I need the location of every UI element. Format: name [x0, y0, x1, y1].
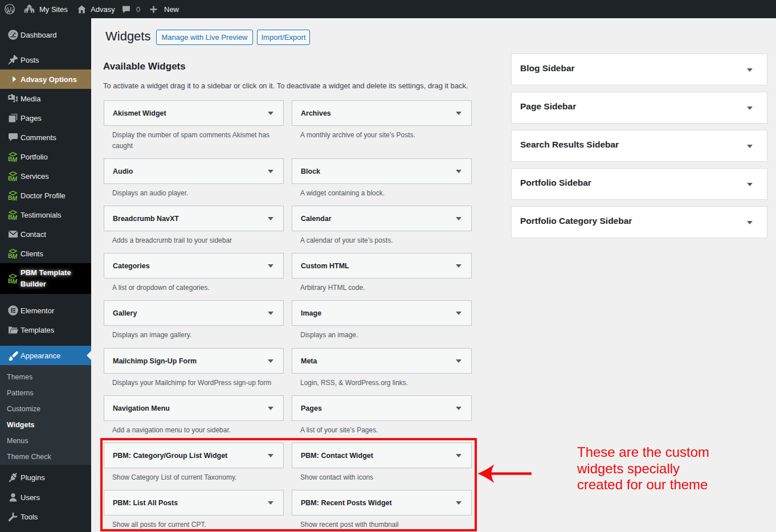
svg-text:M: M: [12, 175, 17, 182]
svg-text:M: M: [12, 278, 17, 285]
svg-text:M: M: [12, 195, 17, 202]
svg-text:M: M: [12, 253, 17, 260]
svg-text:M: M: [12, 214, 17, 221]
svg-text:M: M: [12, 156, 17, 163]
